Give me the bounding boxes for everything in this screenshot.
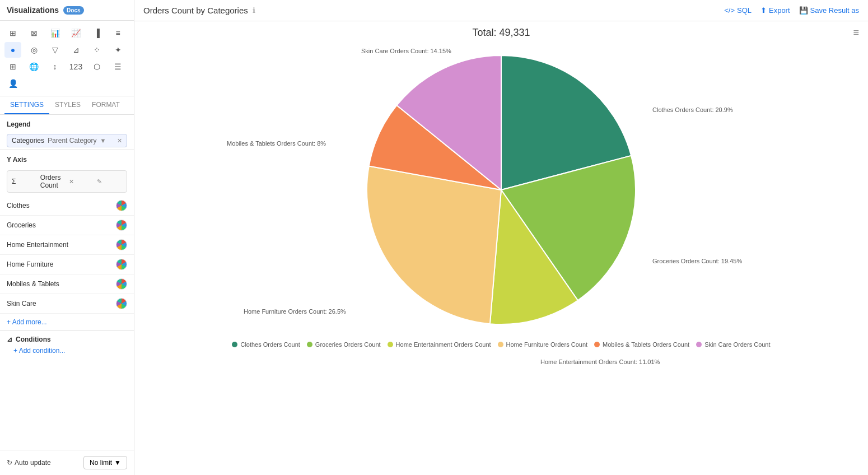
color-circle-home-furniture[interactable] <box>116 259 127 270</box>
category-item-mobiles-tablets[interactable]: Mobiles & Tablets <box>0 274 134 294</box>
legend-dot-home-furniture-orders-count <box>498 342 503 347</box>
legend-dot-groceries-orders-count <box>307 342 312 347</box>
tab-format[interactable]: FORMAT <box>86 96 125 114</box>
legend-label-home-entertainment-orders-count: Home Entertainment Orders Count <box>396 341 491 348</box>
icon-pie[interactable]: ● <box>4 42 21 58</box>
category-item-skin-care[interactable]: Skin Care <box>0 294 134 314</box>
color-circle-mobiles-tablets[interactable] <box>116 278 127 290</box>
legend-tag-arrow-icon[interactable]: ▼ <box>100 137 106 144</box>
legend-tag-close-icon[interactable]: ✕ <box>117 137 122 145</box>
legend-label-home-furniture-orders-count: Home Furniture Orders Count <box>506 341 588 348</box>
color-circle-clothes[interactable] <box>116 200 127 211</box>
auto-update-label: ↻ Auto update <box>7 459 51 467</box>
legend-dot-clothes-orders-count <box>232 342 237 347</box>
category-label-skin-care: Skin Care <box>7 300 116 308</box>
save-result-button[interactable]: 💾 Save Result as <box>799 6 859 15</box>
pie-chart-svg <box>356 44 647 336</box>
category-label-clothes: Clothes <box>7 202 116 209</box>
legend-item-mobiles-&-tablets-orders-count: Mobiles & Tablets Orders Count <box>594 341 689 348</box>
icon-shape[interactable]: ⬡ <box>88 59 105 74</box>
add-more-button[interactable]: + Add more... <box>0 314 134 330</box>
tab-settings[interactable]: SETTINGS <box>4 96 49 114</box>
category-label-groceries: Groceries <box>7 221 116 229</box>
y-axis-section: Y Axis Σ Orders Count ✕ ✎ <box>0 150 134 196</box>
legend-label-groceries-orders-count: Groceries Orders Count <box>315 341 381 348</box>
color-circle-home-entertainment[interactable] <box>116 239 127 250</box>
sidebar: Visualizations Docs ⊞ ⊠ 📊 📈 ▐ ≡ ● ◎ ▽ ⊿ … <box>0 0 134 475</box>
main-header: Orders Count by Categories ℹ </> SQL ⬆ E… <box>134 0 868 21</box>
legend-dot-skin-care-orders-count <box>696 342 702 347</box>
hamburger-icon[interactable]: ≡ <box>853 27 859 39</box>
export-icon: ⬆ <box>760 6 767 15</box>
icon-list[interactable]: ☰ <box>110 59 127 74</box>
category-item-groceries[interactable]: Groceries <box>0 216 134 235</box>
category-label-home-entertainment: Home Entertainment <box>7 241 116 249</box>
category-label-home-furniture: Home Furniture <box>7 260 116 268</box>
no-limit-button[interactable]: No limit ▼ <box>83 456 127 469</box>
orders-count-row: Σ Orders Count ✕ ✎ <box>7 170 127 193</box>
icon-line[interactable]: 📈 <box>68 25 85 41</box>
legend-tag-label: Categories <box>12 137 44 145</box>
legend-tag-sub: Parent Category <box>48 137 96 145</box>
conditions-header: ⊿ Conditions <box>7 336 127 343</box>
category-item-home-furniture[interactable]: Home Furniture <box>0 255 134 274</box>
icon-globe[interactable]: 🌐 <box>26 59 43 74</box>
icon-scatter[interactable]: ◎ <box>26 42 43 58</box>
chart-legend: Clothes Orders CountGroceries Orders Cou… <box>221 336 781 353</box>
icon-table[interactable]: ⊞ <box>4 25 21 41</box>
icon-filter[interactable]: ⊿ <box>68 42 85 58</box>
legend-label-mobiles-&-tablets-orders-count: Mobiles & Tablets Orders Count <box>603 341 689 348</box>
sidebar-title: Visualizations <box>7 6 59 15</box>
orders-count-close-icon[interactable]: ✕ <box>69 178 94 185</box>
color-circle-skin-care[interactable] <box>116 298 127 309</box>
sidebar-footer: ↻ Auto update No limit ▼ <box>0 450 134 475</box>
category-item-home-entertainment[interactable]: Home Entertainment <box>0 235 134 255</box>
legend-item-clothes-orders-count: Clothes Orders Count <box>232 341 300 348</box>
legend-section-label: Legend <box>0 115 134 132</box>
conditions-section: ⊿ Conditions + Add condition... <box>0 330 134 362</box>
legend-tag: Categories Parent Category ▼ ✕ <box>7 134 127 147</box>
icon-dots[interactable]: ⁘ <box>88 42 105 58</box>
conditions-label: Conditions <box>16 336 51 343</box>
icon-pivot[interactable]: ⊠ <box>26 25 43 41</box>
icon-mixed[interactable]: ≡ <box>110 25 127 41</box>
docs-badge[interactable]: Docs <box>63 6 83 15</box>
category-label-mobiles-tablets: Mobiles & Tablets <box>7 280 116 288</box>
chart-total: Total: 49,331 <box>472 27 530 39</box>
sigma-icon: Σ <box>12 178 37 185</box>
filter-icon: ⊿ <box>7 336 12 343</box>
legend-item-home-entertainment-orders-count: Home Entertainment Orders Count <box>388 341 491 348</box>
icon-area[interactable]: ▐ <box>88 25 105 41</box>
settings-tabs: SETTINGS STYLES FORMAT <box>0 96 134 115</box>
export-button[interactable]: ⬆ Export <box>760 6 790 15</box>
main-content: Orders Count by Categories ℹ </> SQL ⬆ E… <box>134 0 868 475</box>
sidebar-header: Visualizations Docs <box>0 0 134 21</box>
pie-chart-container <box>356 44 647 336</box>
save-icon: 💾 <box>799 6 808 15</box>
info-icon[interactable]: ℹ <box>253 6 255 15</box>
icon-number[interactable]: 123 <box>68 59 85 74</box>
sql-button[interactable]: </> SQL <box>724 6 752 15</box>
legend-item-home-furniture-orders-count: Home Furniture Orders Count <box>498 341 588 348</box>
sql-icon: </> <box>724 6 735 15</box>
icon-grid: ⊞ ⊠ 📊 📈 ▐ ≡ ● ◎ ▽ ⊿ ⁘ ✦ ⊞ 🌐 ↕ 123 ⬡ ☰ 👤 <box>0 21 134 96</box>
icon-sort[interactable]: ↕ <box>46 59 63 74</box>
legend-dot-home-entertainment-orders-count <box>388 342 393 347</box>
icon-bar[interactable]: 📊 <box>46 25 63 41</box>
header-actions: </> SQL ⬆ Export 💾 Save Result as <box>724 6 859 15</box>
icon-funnel[interactable]: ▽ <box>46 42 63 58</box>
tab-styles[interactable]: STYLES <box>49 96 86 114</box>
legend-item-groceries-orders-count: Groceries Orders Count <box>307 341 381 348</box>
orders-count-label: Orders Count <box>40 174 66 189</box>
chart-title: Orders Count by Categories <box>143 6 248 15</box>
pie-segment-home-furniture[interactable] <box>367 166 501 324</box>
orders-count-edit-icon[interactable]: ✎ <box>97 178 122 185</box>
color-circle-groceries[interactable] <box>116 220 127 231</box>
icon-heatmap[interactable]: ⊞ <box>4 59 21 74</box>
chart-area: ≡ Total: 49,331 Clothes Orders CountGroc… <box>134 21 868 475</box>
add-condition-button[interactable]: + Add condition... <box>7 343 127 358</box>
chevron-down-icon: ▼ <box>114 459 121 467</box>
icon-avatar[interactable]: 👤 <box>4 76 21 91</box>
category-item-clothes[interactable]: Clothes <box>0 196 134 216</box>
icon-bubble[interactable]: ✦ <box>110 42 127 58</box>
